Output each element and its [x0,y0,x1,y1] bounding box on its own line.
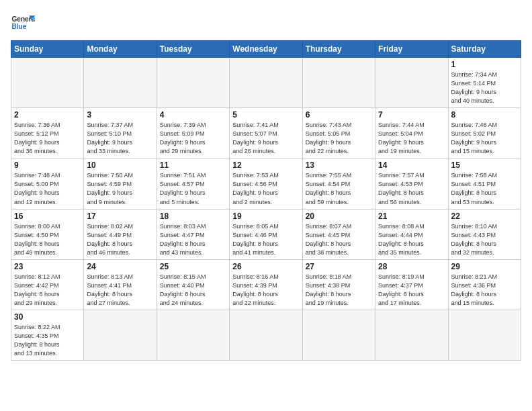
day-info: Sunrise: 7:43 AM Sunset: 5:05 PM Dayligh… [306,121,372,156]
calendar-cell: 28Sunrise: 8:19 AM Sunset: 4:37 PM Dayli… [375,259,448,310]
calendar-cell: 5Sunrise: 7:41 AM Sunset: 5:07 PM Daylig… [230,108,302,158]
day-number: 7 [378,110,445,120]
day-info: Sunrise: 7:46 AM Sunset: 5:02 PM Dayligh… [451,121,518,156]
calendar-cell: 1Sunrise: 7:34 AM Sunset: 5:14 PM Daylig… [448,58,521,108]
calendar-week-row: 23Sunrise: 8:12 AM Sunset: 4:42 PM Dayli… [11,259,521,310]
calendar-cell: 24Sunrise: 8:13 AM Sunset: 4:41 PM Dayli… [84,259,157,310]
header-tuesday: Tuesday [157,41,229,58]
day-number: 26 [232,262,299,271]
day-number: 19 [232,212,299,221]
day-info: Sunrise: 8:21 AM Sunset: 4:36 PM Dayligh… [451,273,518,308]
header-sunday: Sunday [11,41,84,58]
day-number: 3 [87,110,153,120]
calendar-cell: 27Sunrise: 8:18 AM Sunset: 4:38 PM Dayli… [302,259,375,310]
day-number: 28 [378,262,445,271]
calendar-cell: 21Sunrise: 8:08 AM Sunset: 4:44 PM Dayli… [375,209,448,259]
header-wednesday: Wednesday [230,41,302,58]
calendar-cell: 13Sunrise: 7:55 AM Sunset: 4:54 PM Dayli… [302,158,375,209]
day-info: Sunrise: 7:51 AM Sunset: 4:57 PM Dayligh… [160,171,226,206]
calendar-cell: 9Sunrise: 7:48 AM Sunset: 5:00 PM Daylig… [11,158,84,209]
day-number: 20 [306,212,372,221]
calendar-week-row: 30Sunrise: 8:22 AM Sunset: 4:35 PM Dayli… [11,310,521,360]
header-thursday: Thursday [302,41,375,58]
calendar-week-row: 1Sunrise: 7:34 AM Sunset: 5:14 PM Daylig… [11,58,521,108]
calendar-cell: 29Sunrise: 8:21 AM Sunset: 4:36 PM Dayli… [448,259,521,310]
day-number: 21 [378,212,445,221]
day-info: Sunrise: 8:05 AM Sunset: 4:46 PM Dayligh… [232,222,299,257]
day-info: Sunrise: 8:03 AM Sunset: 4:47 PM Dayligh… [160,222,226,257]
day-number: 23 [14,262,81,271]
calendar-cell [302,58,375,108]
calendar-week-row: 2Sunrise: 7:36 AM Sunset: 5:12 PM Daylig… [11,108,521,158]
header-friday: Friday [375,41,448,58]
day-info: Sunrise: 8:12 AM Sunset: 4:42 PM Dayligh… [14,273,81,308]
day-number: 5 [232,110,299,120]
day-number: 4 [160,110,226,120]
day-info: Sunrise: 8:08 AM Sunset: 4:44 PM Dayligh… [378,222,445,257]
calendar-cell: 20Sunrise: 8:07 AM Sunset: 4:45 PM Dayli… [302,209,375,259]
calendar-cell: 4Sunrise: 7:39 AM Sunset: 5:09 PM Daylig… [157,108,229,158]
day-number: 30 [14,312,81,322]
day-number: 12 [232,161,299,170]
day-number: 18 [160,212,226,221]
calendar: Sunday Monday Tuesday Wednesday Thursday… [11,40,521,361]
day-number: 27 [306,262,372,271]
svg-text:Blue: Blue [11,23,26,30]
calendar-cell: 26Sunrise: 8:16 AM Sunset: 4:39 PM Dayli… [230,259,302,310]
calendar-cell: 14Sunrise: 7:57 AM Sunset: 4:53 PM Dayli… [375,158,448,209]
calendar-cell: 25Sunrise: 8:15 AM Sunset: 4:40 PM Dayli… [157,259,229,310]
day-info: Sunrise: 8:16 AM Sunset: 4:39 PM Dayligh… [232,273,299,308]
calendar-cell [84,310,157,360]
header-saturday: Saturday [448,41,521,58]
day-info: Sunrise: 8:07 AM Sunset: 4:45 PM Dayligh… [306,222,372,257]
day-number: 2 [14,110,81,120]
day-info: Sunrise: 8:19 AM Sunset: 4:37 PM Dayligh… [378,273,445,308]
calendar-cell [157,310,229,360]
day-info: Sunrise: 8:15 AM Sunset: 4:40 PM Dayligh… [160,273,226,308]
day-number: 9 [14,161,81,170]
general-blue-logo-icon: General Blue [11,11,35,35]
calendar-cell [11,58,84,108]
day-info: Sunrise: 7:50 AM Sunset: 4:59 PM Dayligh… [87,171,153,206]
day-info: Sunrise: 7:44 AM Sunset: 5:04 PM Dayligh… [378,121,445,156]
calendar-cell [230,58,302,108]
calendar-cell: 19Sunrise: 8:05 AM Sunset: 4:46 PM Dayli… [230,209,302,259]
calendar-cell: 3Sunrise: 7:37 AM Sunset: 5:10 PM Daylig… [84,108,157,158]
day-number: 17 [87,212,153,221]
calendar-cell: 10Sunrise: 7:50 AM Sunset: 4:59 PM Dayli… [84,158,157,209]
day-number: 16 [14,212,81,221]
day-info: Sunrise: 7:39 AM Sunset: 5:09 PM Dayligh… [160,121,226,156]
calendar-cell: 17Sunrise: 8:02 AM Sunset: 4:49 PM Dayli… [84,209,157,259]
day-info: Sunrise: 7:36 AM Sunset: 5:12 PM Dayligh… [14,121,81,156]
header-monday: Monday [84,41,157,58]
day-number: 11 [160,161,226,170]
day-number: 29 [451,262,518,271]
day-info: Sunrise: 8:22 AM Sunset: 4:35 PM Dayligh… [14,323,81,358]
calendar-cell: 30Sunrise: 8:22 AM Sunset: 4:35 PM Dayli… [11,310,84,360]
calendar-cell: 8Sunrise: 7:46 AM Sunset: 5:02 PM Daylig… [448,108,521,158]
calendar-cell: 23Sunrise: 8:12 AM Sunset: 4:42 PM Dayli… [11,259,84,310]
calendar-cell: 22Sunrise: 8:10 AM Sunset: 4:43 PM Dayli… [448,209,521,259]
calendar-cell [302,310,375,360]
calendar-cell: 15Sunrise: 7:58 AM Sunset: 4:51 PM Dayli… [448,158,521,209]
day-info: Sunrise: 8:02 AM Sunset: 4:49 PM Dayligh… [87,222,153,257]
calendar-cell [84,58,157,108]
day-info: Sunrise: 7:55 AM Sunset: 4:54 PM Dayligh… [306,171,372,206]
day-info: Sunrise: 7:57 AM Sunset: 4:53 PM Dayligh… [378,171,445,206]
day-number: 22 [451,212,518,221]
calendar-cell [375,58,448,108]
calendar-cell: 16Sunrise: 8:00 AM Sunset: 4:50 PM Dayli… [11,209,84,259]
page: General Blue Sunday Monday Tuesday Wedne… [0,0,532,411]
day-info: Sunrise: 8:00 AM Sunset: 4:50 PM Dayligh… [14,222,81,257]
calendar-week-row: 9Sunrise: 7:48 AM Sunset: 5:00 PM Daylig… [11,158,521,209]
day-number: 1 [451,60,518,69]
calendar-cell [157,58,229,108]
day-number: 25 [160,262,226,271]
calendar-cell: 18Sunrise: 8:03 AM Sunset: 4:47 PM Dayli… [157,209,229,259]
day-info: Sunrise: 8:13 AM Sunset: 4:41 PM Dayligh… [87,273,153,308]
calendar-cell: 6Sunrise: 7:43 AM Sunset: 5:05 PM Daylig… [302,108,375,158]
day-number: 10 [87,161,153,170]
weekday-header-row: Sunday Monday Tuesday Wednesday Thursday… [11,41,521,58]
day-info: Sunrise: 7:58 AM Sunset: 4:51 PM Dayligh… [451,171,518,206]
day-number: 15 [451,161,518,170]
